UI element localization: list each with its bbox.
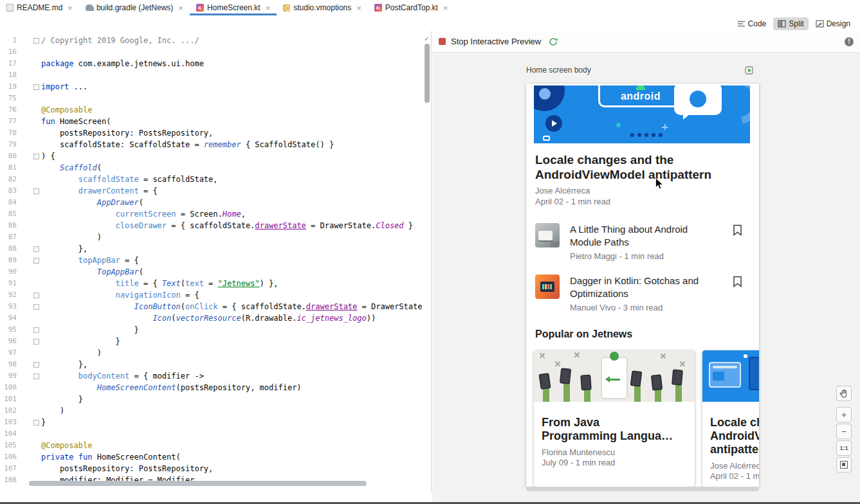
preview-canvas: Home screen body android <box>432 53 860 492</box>
hero-android-wordmark: android <box>621 91 661 102</box>
bookmark-icon[interactable] <box>733 224 742 236</box>
close-tab-icon[interactable]: × <box>266 4 271 12</box>
code-line: 78 postsRepository: PostsRepository, <box>0 127 423 139</box>
featured-post-image[interactable]: android <box>534 86 750 143</box>
post-title: Dagger in Kotlin: Gotchas and Optimizati… <box>570 274 726 300</box>
code-line: 80) { <box>0 150 423 162</box>
code-line: 85 currentScreen = Screen.Home, <box>0 208 423 220</box>
code-line: 91 title = { Text(text = "Jetnews") }, <box>0 278 423 289</box>
zoom-1-1-button[interactable]: 1:1 <box>836 440 852 456</box>
tab-postcardtop-kt[interactable]: K PostCardTop.kt × <box>368 0 455 15</box>
post-thumbnail <box>535 223 560 248</box>
pan-tool-button[interactable] <box>836 386 852 401</box>
code-line: 89 topAppBar = { <box>0 255 423 266</box>
card-meta: July 09 - 1 min read <box>542 458 687 467</box>
code-line: 87 ) <box>0 231 423 243</box>
stop-interactive-preview-button[interactable]: Stop Interactive Preview <box>451 37 541 46</box>
post-meta: Manuel Vivo - 3 min read <box>570 303 726 312</box>
editor-tab-bar: README.md × build.gradle (JetNews) × K H… <box>0 0 860 15</box>
card-image <box>534 350 695 402</box>
code-line: 84 AppDrawer( <box>0 197 423 208</box>
popular-post-card[interactable]: Locale changes and the AndroidViewModel … <box>702 350 759 487</box>
tab-build-gradle[interactable]: build.gradle (JetNews) × <box>79 0 190 15</box>
compose-preview-panel: Stop Interactive Preview ! Home screen b… <box>432 31 860 492</box>
tab-label: HomeScreen.kt <box>207 3 261 12</box>
code-line: 104 <box>0 428 423 440</box>
code-line: 82 scaffoldState = scaffoldState, <box>0 174 423 185</box>
split-view-icon <box>778 20 786 28</box>
list-item[interactable]: Dagger in Kotlin: Gotchas and Optimizati… <box>526 274 759 312</box>
close-tab-icon[interactable]: × <box>443 4 448 12</box>
refresh-icon[interactable] <box>549 37 558 46</box>
popular-post-card[interactable]: From Java Programming Langua… Florina Mu… <box>534 350 695 487</box>
close-tab-icon[interactable]: × <box>356 4 361 12</box>
code-line: 107 postsRepository: PostsRepository, <box>0 463 423 474</box>
tab-homescreen-kt[interactable]: K HomeScreen.kt × <box>190 0 277 15</box>
design-view-label: Design <box>827 19 850 28</box>
split-view-button[interactable]: Split <box>773 17 808 30</box>
code-line: 98 }, <box>0 359 423 370</box>
featured-post-title[interactable]: Locale changes and the AndroidViewModel … <box>535 152 750 182</box>
card-author: Jose Alcérreca <box>710 461 759 471</box>
featured-post-meta: April 02 - 1 min read <box>535 197 750 206</box>
featured-post-author: Jose Alcérreca <box>535 186 750 195</box>
android-studio-window: README.md × build.gradle (JetNews) × K H… <box>0 0 860 504</box>
code-line: 103} <box>0 417 423 428</box>
popular-cards-row: From Java Programming Langua… Florina Mu… <box>534 350 759 487</box>
tab-studio-vmoptions[interactable]: studio.vmoptions × <box>277 0 368 15</box>
fit-to-screen-icon <box>840 461 848 469</box>
preview-issues-icon[interactable]: ! <box>845 37 854 46</box>
deploy-preview-icon[interactable] <box>745 66 754 75</box>
code-line: 101 } <box>0 393 423 405</box>
code-line: 94 Icon(vectorResource(R.drawable.ic_jet… <box>0 312 423 324</box>
jetnews-app-preview[interactable]: android Locale changes and the AndroidVi… <box>526 84 759 487</box>
code-line: 93 IconButton(onClick = { scaffoldState.… <box>0 301 423 312</box>
preview-label-row: Home screen body <box>526 66 759 75</box>
close-tab-icon[interactable]: × <box>68 4 73 12</box>
split-view-label: Split <box>789 19 803 28</box>
vmoptions-file-icon <box>283 4 290 12</box>
preview-horizontal-scrollbar[interactable] <box>526 487 759 491</box>
markdown-file-icon <box>6 4 14 12</box>
code-line: 17package com.example.jetnews.ui.home <box>0 58 423 69</box>
bookmark-icon[interactable] <box>733 276 742 287</box>
zoom-out-button[interactable]: − <box>836 424 852 439</box>
editor-vertical-scrollbar[interactable] <box>425 44 430 103</box>
preview-title: Home screen body <box>526 66 591 75</box>
code-line: 106private fun HomeScreenContent( <box>0 451 423 463</box>
zoom-fit-button[interactable] <box>836 457 852 473</box>
post-list: A Little Thing about Android Module Path… <box>526 223 759 312</box>
code-line: 19import ... <box>0 81 423 93</box>
zoom-in-button[interactable]: + <box>836 407 852 422</box>
mouse-cursor <box>655 177 664 190</box>
code-line: 1/ Copyright 2019 Google, Inc. .../ <box>0 35 423 46</box>
kotlin-file-icon: K <box>196 4 204 12</box>
card-author: Florina Muntenescu <box>542 447 687 457</box>
code-line: 75 <box>0 93 423 104</box>
code-view-button[interactable]: Code <box>733 17 771 30</box>
code-lines: 1/ Copyright 2019 Google, Inc. .../1617p… <box>0 35 423 486</box>
kotlin-file-icon: K <box>374 4 382 12</box>
editor-horizontal-scrollbar[interactable] <box>29 481 367 486</box>
hero-robot-circle <box>534 86 565 111</box>
tab-label: build.gradle (JetNews) <box>96 3 173 12</box>
code-line: 83 drawerContent = { <box>0 185 423 197</box>
code-line: 79 scaffoldState: ScaffoldState = rememb… <box>0 139 423 150</box>
tab-readme-md[interactable]: README.md × <box>0 0 79 15</box>
code-line: 92 navigationIcon = { <box>0 289 423 301</box>
editor-view-mode-switch: Code Split Design <box>733 17 855 31</box>
list-item[interactable]: A Little Thing about Android Module Path… <box>526 223 759 261</box>
code-line: 16 <box>0 46 423 58</box>
code-line: 81 Scaffold( <box>0 162 423 174</box>
post-meta: Pietro Maggi - 1 min read <box>570 251 726 261</box>
hero-camera-glyph <box>543 136 550 141</box>
code-line: 102 ) <box>0 405 423 417</box>
preview-toolbar: Stop Interactive Preview ! <box>432 31 860 53</box>
code-line: 99 bodyContent = { modifier -> <box>0 370 423 382</box>
stop-icon <box>439 38 446 45</box>
close-tab-icon[interactable]: × <box>178 4 183 12</box>
design-view-button[interactable]: Design <box>811 17 855 30</box>
inspection-ok-icon: ✓ <box>425 34 429 43</box>
code-editor[interactable]: 1/ Copyright 2019 Google, Inc. .../1617p… <box>0 31 432 492</box>
code-line: 105@Composable <box>0 440 423 451</box>
